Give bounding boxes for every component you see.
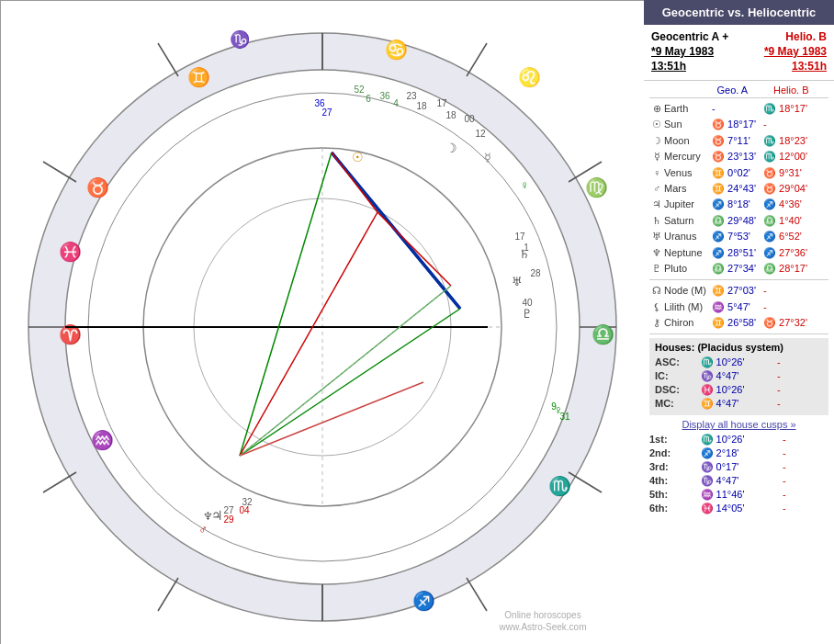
svg-text:31: 31: [559, 412, 570, 422]
house-label: DSC:: [655, 384, 688, 396]
svg-text:4: 4: [393, 98, 399, 108]
house-row: IC: ♑ 4°47' -: [655, 370, 823, 382]
house-num-helio: -: [783, 503, 828, 514]
svg-text:18: 18: [416, 101, 427, 111]
planet-geo-value: ♊ 26°58': [712, 316, 763, 330]
planet-name: Lilith (M): [664, 300, 712, 314]
planet-symbol: ⚸: [649, 300, 664, 314]
planet-geo-value: ♐ 7°53': [712, 230, 763, 243]
planet-geo-value: ♊ 27°03': [712, 284, 763, 298]
display-all-cusps-link[interactable]: Display all house cusps »: [682, 419, 795, 430]
planet-name: Mercury: [664, 150, 712, 164]
geo-label: Geocentric A +: [651, 30, 728, 43]
svg-text:♑: ♑: [230, 29, 251, 50]
svg-text:♍: ♍: [585, 176, 608, 198]
house-num-helio: -: [783, 489, 828, 501]
planet-name: Chiron: [664, 316, 712, 330]
svg-text:♉: ♉: [86, 176, 109, 198]
planet-symbol: ⊕: [649, 102, 664, 116]
planet-helio-value: ♉ 27°32': [763, 316, 818, 330]
house-num-value: ♏ 10°26': [701, 434, 765, 446]
planet-name: Earth: [664, 102, 712, 116]
house-number-row: 4th: ♑ 4°47' -: [649, 475, 828, 487]
house-num-value: ♑ 0°17': [701, 461, 765, 473]
planet-geo-value: ♎ 29°48': [712, 214, 763, 228]
house-label: MC:: [655, 398, 688, 410]
svg-text:28: 28: [530, 268, 541, 278]
planet-helio-value: ♎ 1°40': [763, 214, 818, 228]
geo-time: 13:51h: [651, 60, 686, 73]
svg-text:1: 1: [524, 243, 529, 253]
planet-symbol: ♆: [649, 246, 664, 260]
extra-planet-row: ⚷ Chiron ♊ 26°58' ♉ 27°32': [649, 316, 828, 330]
house-number-row: 1st: ♏ 10°26' -: [649, 434, 828, 446]
svg-text:00: 00: [464, 114, 475, 124]
house-label: ASC:: [655, 356, 688, 368]
planet-helio-value: ♏ 18°17': [763, 102, 818, 116]
planet-geo-value: ♐ 8°18': [712, 198, 763, 211]
house-num-label: 4th:: [649, 475, 682, 487]
geo-date: *9 May 1983: [651, 45, 714, 58]
svg-text:www.Astro-Seek.com: www.Astro-Seek.com: [498, 622, 586, 632]
planet-symbol: ☉: [649, 118, 664, 131]
planet-helio-value: ♎ 28°17': [763, 262, 818, 276]
planet-table: Geo. A Helio. B ⊕ Earth - ♏ 18°17' ☉ Sun…: [644, 81, 834, 644]
house-number-row: 6th: ♓ 14°05' -: [649, 503, 828, 514]
svg-text:♎: ♎: [592, 323, 614, 345]
house-num-helio: -: [783, 475, 828, 487]
planet-name: Moon: [664, 134, 712, 148]
planet-helio-value: -: [763, 284, 818, 298]
svg-text:♌: ♌: [518, 66, 541, 88]
svg-text:04: 04: [239, 505, 250, 515]
house-row: DSC: ♓ 10°26' -: [655, 384, 823, 396]
planet-helio-value: ♐ 4°36': [763, 198, 818, 211]
house-value: ♏ 10°26': [701, 356, 765, 368]
planet-rows: ⊕ Earth - ♏ 18°17' ☉ Sun ♉ 18°17' - ☽ Mo…: [649, 102, 828, 276]
svg-text:Online horoscopes: Online horoscopes: [504, 610, 580, 620]
house-helio: -: [777, 370, 823, 382]
planet-symbol: ☊: [649, 284, 664, 298]
house-value: ♊ 4°47': [701, 398, 765, 410]
planet-symbol: ⚷: [649, 316, 664, 330]
panel-dates: Geocentric A + Helio. B *9 May 1983 *9 M…: [644, 25, 834, 81]
house-helio: -: [777, 356, 823, 368]
svg-text:♐: ♐: [412, 590, 435, 612]
planet-row: ⊕ Earth - ♏ 18°17': [649, 102, 828, 116]
helio-time: 13:51h: [792, 60, 827, 73]
svg-text:9: 9: [551, 401, 557, 412]
planet-row: ♄ Saturn ♎ 29°48' ♎ 1°40': [649, 214, 828, 228]
house-num-value: ♒ 11°46': [701, 489, 765, 501]
svg-text:♋: ♋: [385, 39, 408, 61]
planet-name: Neptune: [664, 246, 712, 260]
planet-helio-value: -: [763, 300, 818, 314]
planet-helio-value: ♐ 27°36': [763, 246, 818, 260]
panel-header: Geocentric vs. Heliocentric: [644, 0, 834, 25]
house-num-label: 2nd:: [649, 447, 682, 459]
planet-geo-value: ♒ 5°47': [712, 300, 763, 314]
planet-helio-value: ♏ 12°00': [763, 150, 818, 164]
svg-text:17: 17: [514, 232, 525, 242]
planet-symbol: ♅: [649, 230, 664, 243]
house-num-value: ♐ 2°18': [701, 447, 765, 459]
svg-text:♒: ♒: [91, 429, 114, 451]
planet-geo-value: ♐ 28°51': [712, 246, 763, 260]
planet-name: Sun: [664, 118, 712, 131]
planet-geo-value: -: [712, 102, 763, 116]
planet-row: ♂ Mars ♊ 24°43' ♉ 29°04': [649, 182, 828, 196]
helio-date: *9 May 1983: [764, 45, 827, 58]
display-all-link: Display all house cusps »: [649, 415, 828, 434]
svg-text:♆: ♆: [203, 510, 213, 523]
svg-text:27: 27: [321, 107, 332, 118]
house-num-helio: -: [783, 434, 828, 446]
house-label: IC:: [655, 370, 688, 382]
house-number-rows: 1st: ♏ 10°26' - 2nd: ♐ 2°18' - 3rd: ♑ 0°…: [649, 434, 828, 514]
planet-row: ♅ Uranus ♐ 7°53' ♐ 6°52': [649, 230, 828, 243]
extra-planet-row: ⚸ Lilith (M) ♒ 5°47' -: [649, 300, 828, 314]
planet-col-header: [649, 85, 712, 96]
house-value: ♓ 10°26': [701, 384, 765, 396]
svg-text:6: 6: [366, 94, 371, 104]
planet-name: Venus: [664, 166, 712, 180]
planet-symbol: ☿: [649, 150, 664, 164]
planet-symbol: ♀: [649, 166, 664, 180]
svg-text:♏: ♏: [548, 475, 571, 497]
